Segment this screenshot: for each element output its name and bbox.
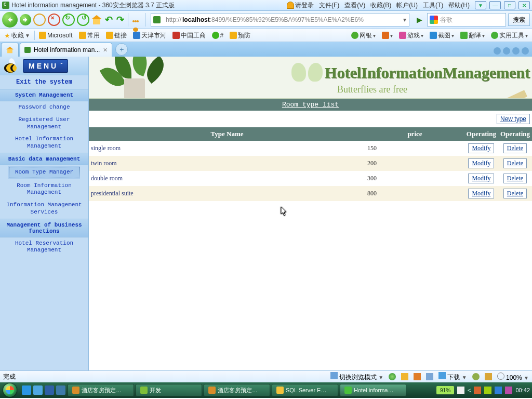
download-menu[interactable]: 下载 ▼ xyxy=(438,372,467,382)
tabctrl-next-icon[interactable] xyxy=(503,47,510,55)
tshirt-icon[interactable]: ▼ xyxy=(475,1,486,9)
menu-account[interactable]: 帐户(U) xyxy=(396,1,418,10)
quick-games[interactable]: 游戏▾ xyxy=(397,31,425,40)
shield-icon[interactable] xyxy=(414,373,421,380)
delete-button[interactable]: Delete xyxy=(503,143,527,153)
menu-fav[interactable]: 收藏(B) xyxy=(370,1,391,10)
globe-icon[interactable] xyxy=(389,373,396,380)
undo-button[interactable]: ↶ xyxy=(104,14,113,25)
modify-button[interactable]: Modify xyxy=(468,143,494,153)
tray-sound-icon[interactable] xyxy=(484,387,491,394)
delete-button[interactable]: Delete xyxy=(503,158,527,168)
minimize-button[interactable]: — xyxy=(489,1,501,9)
tabctrl-prev-icon[interactable] xyxy=(494,47,501,55)
sidebar-section-business[interactable]: Management of business functions xyxy=(0,219,88,237)
new-type-button[interactable]: New type xyxy=(497,114,530,124)
menu-file[interactable]: 文件(F) xyxy=(319,1,339,10)
search-button[interactable]: 搜索 xyxy=(508,14,530,26)
ql-icon[interactable] xyxy=(56,385,65,395)
sidebar-item-registered[interactable]: Registered User Management xyxy=(0,114,88,134)
taskbar-task[interactable]: 酒店客房预定… xyxy=(68,384,134,396)
bookmark-icbc[interactable]: 中国工商 xyxy=(170,31,208,40)
maximize-button[interactable]: □ xyxy=(504,1,515,9)
go-button[interactable]: ▶ xyxy=(414,16,425,24)
tab-home[interactable] xyxy=(1,43,19,57)
bookmark-prevent[interactable]: 预防 xyxy=(228,31,252,40)
sidebar-item-roomtype[interactable]: Room Type Manager xyxy=(8,166,80,179)
bookmark-hash[interactable]: # xyxy=(210,32,226,39)
stop-button[interactable] xyxy=(48,14,60,26)
new-tab-button[interactable]: + xyxy=(115,43,128,56)
taskbar-task[interactable]: Hotel informa… xyxy=(340,384,406,396)
ql-icon[interactable] xyxy=(22,385,31,395)
menu-view[interactable]: 查看(V) xyxy=(344,1,365,10)
tray-icon[interactable] xyxy=(457,387,464,394)
taskbar-task[interactable]: SQL Server E… xyxy=(272,384,338,396)
back-button[interactable] xyxy=(2,12,18,28)
taskbar-task[interactable]: 酒店客房预定… xyxy=(204,384,270,396)
tray-icon[interactable] xyxy=(474,387,481,394)
redo-button[interactable]: ↷ xyxy=(115,14,125,25)
pin-icon[interactable] xyxy=(485,373,492,380)
quick-bank[interactable]: 网银▾ xyxy=(349,31,378,40)
tabctrl-close-icon[interactable] xyxy=(522,47,529,55)
menu-toggle[interactable]: MENU ˇ xyxy=(23,59,68,73)
address-bar[interactable]: http:// localhost :8499/%E9%85%92%E5%BA%… xyxy=(151,13,409,26)
sidebar-section-system[interactable]: System Management xyxy=(0,89,88,101)
quick-translate[interactable]: 翻译▾ xyxy=(458,31,487,40)
tray-network-icon[interactable] xyxy=(495,387,502,394)
bookmark-fav[interactable]: ★收藏 ▼ xyxy=(2,31,32,40)
delete-button[interactable]: Delete xyxy=(503,189,527,198)
zoom-control[interactable]: 100% ▼ xyxy=(497,373,529,381)
bookmark-tianjin[interactable]: 天津市河 xyxy=(131,31,168,40)
sidebar-item-hotelinfo[interactable]: Hotel Information Management xyxy=(0,133,88,153)
sidebar-item-reservation[interactable]: Hotel Reservation Management xyxy=(0,237,88,257)
menu-tools[interactable]: 工具(T) xyxy=(423,1,443,10)
tray-icon[interactable] xyxy=(505,387,512,394)
modify-button[interactable]: Modify xyxy=(468,174,494,183)
block-icon[interactable] xyxy=(426,373,433,380)
taskbar-task[interactable]: 开发 xyxy=(136,384,202,396)
pencil-decoration xyxy=(506,90,527,99)
close-window-button[interactable]: ✕ xyxy=(518,1,530,9)
tab-hotel-info[interactable]: Hotel information man... ✕ xyxy=(20,43,112,57)
ql-icon[interactable] xyxy=(45,385,54,395)
tray-chevron-icon[interactable]: < xyxy=(468,387,471,393)
bookmark-microsoft[interactable]: Microsoft xyxy=(37,32,75,39)
modify-button[interactable]: Modify xyxy=(468,189,494,198)
chevron-down-icon[interactable]: ▾ xyxy=(401,16,409,23)
refresh-button[interactable] xyxy=(62,14,75,26)
bookmark-links[interactable]: 链接 xyxy=(104,31,129,40)
quick-tools[interactable]: 实用工具▾ xyxy=(489,31,530,40)
stop-alt-button[interactable] xyxy=(33,14,46,26)
forward-button[interactable] xyxy=(20,14,31,25)
popup-icon[interactable] xyxy=(401,373,408,380)
refresh-all-button[interactable] xyxy=(77,14,89,26)
menu-help[interactable]: 帮助(H) xyxy=(448,1,470,10)
battery-indicator[interactable]: 91% xyxy=(436,386,454,394)
search-box[interactable]: 谷歌 xyxy=(427,13,506,26)
sidebar-section-basic[interactable]: Basic data management xyxy=(0,153,88,165)
start-button[interactable] xyxy=(0,382,20,398)
sidebar-item-roominfo[interactable]: Room Information Management xyxy=(0,180,88,200)
zoom-icon xyxy=(497,373,504,380)
sidebar-exit[interactable]: Exit the system xyxy=(0,75,88,89)
quick-group[interactable]: ▾ xyxy=(380,31,395,40)
close-icon[interactable]: ✕ xyxy=(103,47,108,54)
tabctrl-list-icon[interactable] xyxy=(512,47,520,55)
switch-mode[interactable]: 切换浏览模式 ▼ xyxy=(330,372,384,382)
sidebar-item-password[interactable]: Password change xyxy=(0,101,88,114)
quick-screenshot[interactable]: 截图▾ xyxy=(428,31,456,40)
modify-button[interactable]: Modify xyxy=(468,158,494,168)
paw-icon[interactable] xyxy=(131,15,142,24)
mute-icon[interactable] xyxy=(472,373,480,380)
tray-clock[interactable]: 00:42 xyxy=(515,387,530,393)
main-content: Butterflies are free HotelInformationMan… xyxy=(89,57,532,370)
browser-main-menu: 请登录 文件(F) 查看(V) 收藏(B) 帐户(U) 工具(T) 帮助(H) xyxy=(287,1,470,10)
delete-button[interactable]: Delete xyxy=(503,174,527,183)
home-button[interactable] xyxy=(91,15,102,24)
sidebar-item-infosvc[interactable]: Information Management Services xyxy=(0,199,88,219)
ql-icon[interactable] xyxy=(33,385,43,395)
login-menu[interactable]: 请登录 xyxy=(287,1,314,10)
bookmark-common[interactable]: 常用 xyxy=(77,31,102,40)
